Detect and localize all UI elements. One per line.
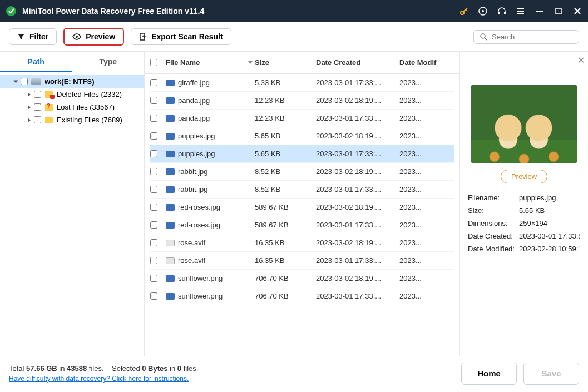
tree-root[interactable]: work(E: NTFS) bbox=[0, 75, 144, 88]
tab-path[interactable]: Path bbox=[0, 52, 72, 72]
row-checkbox[interactable] bbox=[150, 204, 157, 211]
filter-button[interactable]: Filter bbox=[9, 28, 57, 45]
tab-type[interactable]: Type bbox=[72, 52, 145, 72]
file-created: 2023-03-01 17:33:... bbox=[316, 292, 399, 300]
file-created: 2023-03-02 18:19:... bbox=[316, 274, 399, 282]
file-modified: 2023... bbox=[399, 167, 444, 176]
tree-item-deleted[interactable]: Deleted Files (2332) bbox=[0, 88, 144, 101]
file-created: 2023-03-01 17:33:... bbox=[316, 150, 399, 158]
row-checkbox[interactable] bbox=[150, 132, 157, 140]
t-size: 57.66 GB bbox=[26, 364, 57, 373]
svg-point-13 bbox=[481, 34, 485, 38]
file-name: sunflower.png bbox=[178, 292, 223, 300]
table-row[interactable]: panda.jpg12.23 KB2023-03-02 18:19:...202… bbox=[150, 92, 454, 110]
tree-item-checkbox[interactable] bbox=[34, 116, 41, 123]
table-row[interactable]: giraffe.jpg5.33 KB2023-03-01 17:33:...20… bbox=[150, 74, 454, 92]
chevron-right-icon[interactable] bbox=[28, 118, 31, 122]
file-created: 2023-03-01 17:33:... bbox=[316, 256, 399, 265]
row-checkbox[interactable] bbox=[150, 292, 157, 300]
file-size: 12.23 KB bbox=[255, 114, 316, 122]
header-name[interactable]: File Name bbox=[166, 58, 255, 67]
table-row[interactable]: red-roses.jpg589.67 KB2023-03-01 17:33:.… bbox=[150, 216, 454, 234]
statusbar: Total 57.66 GB in 43588 files. Selected … bbox=[0, 356, 588, 390]
file-img-icon bbox=[166, 204, 175, 211]
file-name: puppies.jpg bbox=[178, 132, 215, 140]
row-checkbox[interactable] bbox=[150, 168, 157, 175]
home-button[interactable]: Home bbox=[461, 363, 517, 385]
export-button[interactable]: Export Scan Result bbox=[131, 28, 231, 45]
chevron-right-icon[interactable] bbox=[28, 105, 31, 110]
table-row[interactable]: rabbit.jpg8.52 KB2023-03-02 18:19:...202… bbox=[150, 163, 454, 181]
drive-icon bbox=[31, 78, 41, 85]
titlebar: MiniTool Power Data Recovery Free Editio… bbox=[0, 0, 588, 22]
row-checkbox[interactable] bbox=[150, 79, 157, 86]
row-checkbox[interactable] bbox=[150, 221, 157, 229]
tree-item-checkbox[interactable] bbox=[34, 91, 41, 98]
file-name: panda.jpg bbox=[178, 96, 210, 105]
s-mid: in bbox=[167, 364, 177, 373]
maximize-icon[interactable] bbox=[554, 6, 564, 16]
t-prefix: Total bbox=[9, 364, 26, 373]
file-size: 8.52 KB bbox=[255, 167, 316, 176]
table-row[interactable]: sunflower.png706.70 KB2023-03-02 18:19:.… bbox=[150, 270, 454, 287]
file-created: 2023-03-02 18:19:... bbox=[316, 239, 399, 247]
preview-button[interactable]: Preview bbox=[63, 28, 124, 46]
table-row[interactable]: rabbit.jpg8.52 KB2023-03-01 17:33:...202… bbox=[150, 181, 454, 199]
file-img-icon bbox=[166, 80, 175, 86]
file-name: rabbit.jpg bbox=[178, 167, 207, 176]
file-name: rose.avif bbox=[178, 256, 205, 265]
chevron-down-icon[interactable] bbox=[14, 80, 18, 83]
select-all-checkbox[interactable] bbox=[150, 59, 157, 66]
close-icon[interactable] bbox=[572, 6, 582, 16]
disc-icon[interactable] bbox=[478, 6, 488, 16]
header-size[interactable]: Size bbox=[255, 58, 316, 67]
row-checkbox[interactable] bbox=[150, 150, 157, 157]
filter-label: Filter bbox=[29, 32, 48, 41]
tree-item-checkbox[interactable] bbox=[34, 103, 41, 111]
file-modified: 2023... bbox=[399, 185, 444, 193]
preview-close-icon[interactable]: ✕ bbox=[577, 55, 585, 66]
file-img-icon bbox=[166, 97, 175, 104]
row-checkbox[interactable] bbox=[150, 186, 157, 193]
svg-point-3 bbox=[482, 10, 484, 12]
file-size: 16.35 KB bbox=[255, 256, 316, 265]
key-icon[interactable] bbox=[459, 6, 469, 16]
help-link[interactable]: Have difficulty with data recovery? Clic… bbox=[9, 375, 198, 383]
header-modified[interactable]: Date Modif bbox=[399, 58, 444, 67]
row-checkbox[interactable] bbox=[150, 257, 157, 264]
header-created[interactable]: Date Created bbox=[316, 58, 399, 67]
table-row[interactable]: rose.avif16.35 KB2023-03-01 17:33:...202… bbox=[150, 252, 454, 270]
row-checkbox[interactable] bbox=[150, 115, 157, 122]
tree-root-checkbox[interactable] bbox=[21, 78, 28, 85]
file-img-icon bbox=[166, 133, 175, 140]
svg-rect-9 bbox=[536, 11, 543, 12]
chevron-right-icon[interactable] bbox=[28, 92, 31, 97]
table-row[interactable]: red-roses.jpg589.67 KB2023-03-02 18:19:.… bbox=[150, 199, 454, 216]
folder-tree: work(E: NTFS) Deleted Files (2332) Lost … bbox=[0, 72, 144, 130]
preview-open-button[interactable]: Preview bbox=[501, 170, 547, 183]
table-row[interactable]: sunflower.png706.70 KB2023-03-01 17:33:.… bbox=[150, 287, 454, 305]
tree-item-existing[interactable]: Existing Files (7689) bbox=[0, 113, 144, 126]
table-row[interactable]: puppies.jpg5.65 KB2023-03-01 17:33:...20… bbox=[150, 145, 454, 163]
svg-point-11 bbox=[76, 36, 78, 38]
row-checkbox[interactable] bbox=[150, 275, 157, 282]
search-box[interactable] bbox=[473, 30, 579, 44]
search-input[interactable] bbox=[492, 33, 585, 41]
minimize-icon[interactable] bbox=[535, 6, 545, 16]
row-checkbox[interactable] bbox=[150, 239, 157, 246]
s-suf: files. bbox=[181, 364, 198, 373]
meta-size-k: Size: bbox=[468, 206, 519, 215]
row-checkbox[interactable] bbox=[150, 97, 157, 104]
headset-icon[interactable] bbox=[497, 6, 507, 16]
table-row[interactable]: panda.jpg12.23 KB2023-03-01 17:33:...202… bbox=[150, 110, 454, 127]
eye-icon bbox=[72, 33, 81, 41]
svg-rect-6 bbox=[517, 8, 524, 9]
table-row[interactable]: rose.avif16.35 KB2023-03-02 18:19:...202… bbox=[150, 234, 454, 252]
save-button[interactable]: Save bbox=[523, 363, 579, 385]
tree-item-lost[interactable]: Lost Files (33567) bbox=[0, 101, 144, 113]
table-row[interactable]: puppies.jpg5.65 KB2023-03-02 18:19:...20… bbox=[150, 127, 454, 145]
file-size: 8.52 KB bbox=[255, 185, 316, 193]
grid-body[interactable]: giraffe.jpg5.33 KB2023-03-01 17:33:...20… bbox=[145, 74, 459, 356]
export-label: Export Scan Result bbox=[151, 32, 223, 41]
menu-icon[interactable] bbox=[516, 6, 526, 16]
